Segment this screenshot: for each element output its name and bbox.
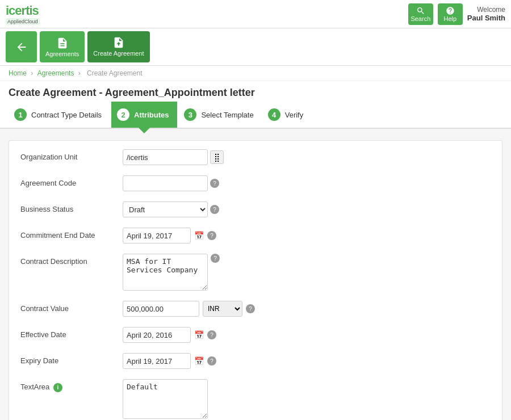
step-2-label: Attributes	[134, 111, 169, 119]
expiry-date-input-group: 📅 ?	[123, 353, 491, 369]
textarea-input[interactable]: Default	[123, 379, 208, 419]
contract-description-row: Contract Description MSA for IT Services…	[20, 254, 491, 291]
nav-toolbar: Agreements Create Agreement	[0, 28, 511, 66]
org-unit-label: Organization Unit	[20, 149, 123, 161]
contract-value-help-icon[interactable]: ?	[246, 304, 255, 313]
agreement-code-row: Agreement Code ?	[20, 175, 491, 191]
breadcrumb: Home › Agreements › Create Agreement	[0, 66, 511, 81]
effective-date-row: Effective Date 📅 ?	[20, 327, 491, 343]
org-unit-row: Organization Unit ⣿	[20, 149, 491, 165]
commitment-end-date-input-group: 📅 ?	[123, 228, 491, 243]
effective-date-input[interactable]	[123, 327, 191, 343]
step-1[interactable]: 1 Contract Type Details	[9, 102, 110, 128]
form-section: Organization Unit ⣿ Agreement Code ?	[9, 140, 502, 420]
agreement-code-label: Agreement Code	[20, 175, 123, 187]
commitment-end-date-row: Commitment End Date 📅 ?	[20, 228, 491, 243]
contract-value-label: Contract Value	[20, 301, 123, 313]
welcome-text: Welcome	[477, 6, 505, 14]
org-unit-input[interactable]	[123, 149, 208, 165]
contract-value-row: Contract Value INR USD EUR GBP ?	[20, 301, 491, 317]
step-3-label: Select Template	[201, 111, 253, 119]
expiry-date-row: Expiry Date 📅 ?	[20, 353, 491, 369]
create-agreement-nav-button[interactable]: Create Agreement	[87, 31, 149, 62]
business-status-help-icon[interactable]: ?	[210, 205, 219, 214]
agreements-nav-label: Agreements	[45, 51, 79, 57]
step-1-num: 1	[14, 108, 27, 121]
step-2-num: 2	[117, 108, 129, 121]
step-3[interactable]: 3 Select Template	[178, 102, 262, 128]
org-unit-input-group: ⣿	[123, 149, 491, 165]
help-button[interactable]: Help	[438, 3, 463, 25]
steps-bar: 1 Contract Type Details 2 Attributes 3 S…	[0, 102, 511, 129]
contract-description-help-icon[interactable]: ?	[211, 254, 220, 263]
main-content: Organization Unit ⣿ Agreement Code ?	[0, 129, 511, 420]
back-button[interactable]	[6, 31, 37, 62]
agreement-code-control: ?	[123, 175, 491, 191]
textarea-label: TextArea i	[20, 379, 123, 392]
contract-description-control: MSA for IT Services Company ?	[123, 254, 491, 291]
textarea-row: TextArea i Default	[20, 379, 491, 420]
search-button[interactable]: Search	[408, 3, 433, 25]
business-status-input-group: Draft ?	[123, 201, 491, 217]
expiry-date-control: 📅 ?	[123, 353, 491, 369]
contract-description-label: Contract Description	[20, 254, 123, 266]
business-status-label: Business Status	[20, 201, 123, 213]
breadcrumb-create-agreement: Create Agreement	[87, 69, 142, 77]
contract-value-input-group: INR USD EUR GBP ?	[123, 301, 491, 317]
contract-value-control: INR USD EUR GBP ?	[123, 301, 491, 317]
contract-value-input[interactable]	[123, 301, 199, 317]
help-label: Help	[444, 15, 457, 22]
agreement-code-help-icon[interactable]: ?	[210, 179, 219, 188]
step-4-label: Verify	[285, 111, 304, 119]
commitment-end-date-calendar-icon[interactable]: 📅	[193, 230, 205, 241]
breadcrumb-agreements[interactable]: Agreements	[37, 69, 74, 77]
textarea-control: Default	[123, 379, 491, 420]
commitment-end-date-input[interactable]	[123, 228, 191, 243]
org-unit-icon: ⣿	[214, 153, 220, 162]
header-right: Search Help Welcome Paul Smith	[408, 3, 505, 25]
step-4-num: 4	[268, 108, 280, 121]
user-name: Paul Smith	[467, 14, 505, 22]
expiry-date-label: Expiry Date	[20, 353, 123, 365]
effective-date-label: Effective Date	[20, 327, 123, 339]
logo-text: icertis	[6, 3, 40, 18]
currency-select[interactable]: INR USD EUR GBP	[203, 301, 242, 317]
header: icertis AppliedCloud Search Help Welcome…	[0, 0, 511, 28]
agreement-code-input-group: ?	[123, 175, 491, 191]
user-info[interactable]: Welcome Paul Smith	[467, 6, 505, 22]
expiry-date-input[interactable]	[123, 353, 191, 369]
page-title: Create Agreement - Agreement_Appointment…	[0, 81, 511, 102]
logo-sub: AppliedCloud	[6, 18, 40, 25]
commitment-end-date-control: 📅 ?	[123, 228, 491, 243]
effective-date-input-group: 📅 ?	[123, 327, 491, 343]
business-status-select[interactable]: Draft	[123, 201, 208, 217]
contract-description-textarea[interactable]: MSA for IT Services Company	[123, 254, 208, 291]
expiry-date-calendar-icon[interactable]: 📅	[193, 355, 205, 367]
step-1-label: Contract Type Details	[31, 111, 102, 119]
commitment-end-date-help-icon[interactable]: ?	[207, 231, 216, 240]
expiry-date-help-icon[interactable]: ?	[207, 356, 216, 366]
effective-date-calendar-icon[interactable]: 📅	[193, 329, 205, 341]
breadcrumb-sep2: ›	[78, 69, 82, 77]
logo: icertis AppliedCloud	[6, 3, 40, 25]
org-unit-picker-button[interactable]: ⣿	[210, 150, 224, 164]
breadcrumb-home[interactable]: Home	[9, 69, 27, 77]
effective-date-control: 📅 ?	[123, 327, 491, 343]
step-4[interactable]: 4 Verify	[262, 102, 312, 128]
step-2[interactable]: 2 Attributes	[111, 102, 177, 128]
breadcrumb-sep1: ›	[31, 69, 35, 77]
textarea-info-icon[interactable]: i	[53, 383, 62, 392]
search-label: Search	[411, 15, 430, 22]
agreements-nav-button[interactable]: Agreements	[40, 31, 85, 62]
effective-date-help-icon[interactable]: ?	[207, 330, 216, 339]
create-agreement-nav-label: Create Agreement	[93, 50, 144, 57]
business-status-control: Draft ?	[123, 201, 491, 217]
commitment-end-date-label: Commitment End Date	[20, 228, 123, 240]
agreement-code-input[interactable]	[123, 175, 208, 191]
org-unit-control: ⣿	[123, 149, 491, 165]
business-status-row: Business Status Draft ?	[20, 201, 491, 217]
step-3-num: 3	[184, 108, 196, 121]
